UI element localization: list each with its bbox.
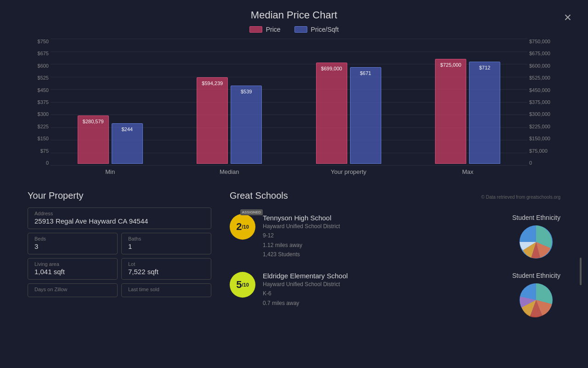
chart-legend: Price Price/Sqft <box>28 26 560 33</box>
school-info-eldridge: Eldridge Elementary School Hayward Unifi… <box>263 272 348 308</box>
legend-pricesqft: Price/Sqft <box>294 26 339 33</box>
school-name-eldridge: Eldridge Elementary School <box>263 272 348 280</box>
school-item-eldridge: 5 /10 Eldridge Elementary School Hayward… <box>230 272 560 321</box>
school-name-tennyson: Tennyson High School <box>263 214 340 222</box>
y-axis-left: 0 $75 $150 $225 $300 $375 $450 $525 $600… <box>28 39 51 177</box>
bar-median-sqft: $539 <box>231 86 262 164</box>
bar-pair-median: $594,239 $539 <box>197 77 262 164</box>
days-lastsold-row: Days on Zillow Last time sold <box>28 283 211 297</box>
lot-value: 7,522 sqft <box>128 268 204 276</box>
bars-container: $280,579 $244 Min $594,239 <box>51 39 527 177</box>
bar-group-yourproperty: $699,000 $671 Your property <box>316 63 381 177</box>
bar-label-yourproperty: Your property <box>331 166 367 177</box>
days-label: Days on Zillow <box>34 287 111 292</box>
living-label: Living area <box>34 261 111 267</box>
school-denom-tennyson: /10 <box>242 224 249 230</box>
address-label: Address <box>34 211 204 216</box>
school-grades-tennyson: 9-12 <box>263 231 340 240</box>
price-swatch <box>249 26 262 33</box>
close-button[interactable]: × <box>559 8 577 27</box>
school-score-eldridge: 5 <box>236 280 242 290</box>
lot-field: Lot 7,522 sqft <box>121 258 211 280</box>
bar-max-price: $725,000 <box>435 59 466 164</box>
pricesqft-swatch <box>294 26 307 33</box>
beds-field: Beds 3 <box>28 233 118 254</box>
legend-pricesqft-label: Price/Sqft <box>311 26 339 33</box>
badge-assigned: ASSIGNED <box>240 209 263 215</box>
chart-inner: $280,579 $244 Min $594,239 <box>51 39 527 177</box>
property-grid: Address 25913 Regal Ave Hayward CA 94544… <box>28 207 211 297</box>
bar-max-sqft: $712 <box>469 62 500 164</box>
school-grades-eldridge: K-6 <box>263 289 348 298</box>
bar-label-max: Max <box>462 166 474 177</box>
bar-yourproperty-price: $699,000 <box>316 63 347 164</box>
bar-group-min: $280,579 $244 Min <box>78 115 143 177</box>
great-schools-header: Great Schools © Data retrieved from grea… <box>230 190 560 207</box>
days-field: Days on Zillow <box>28 283 118 297</box>
lastsold-label: Last time sold <box>128 287 204 292</box>
beds-value: 3 <box>34 242 111 250</box>
bar-pair-yourproperty: $699,000 $671 <box>316 63 381 164</box>
scrollbar[interactable] <box>580 258 582 285</box>
y-axis-right: 0 $75,000 $150,000 $225,000 $300,000 $37… <box>527 39 560 177</box>
school-distance-tennyson: 1.12 miles away <box>263 241 340 250</box>
bar-min-sqft: $244 <box>112 123 143 164</box>
beds-baths-row: Beds 3 Baths 1 <box>28 233 211 254</box>
ethnicity-section-2: Student Ethnicity <box>512 272 560 321</box>
bar-pair-min: $280,579 $244 <box>78 115 143 164</box>
great-schools-title: Great Schools <box>230 190 288 201</box>
pie-chart-2 <box>515 279 557 321</box>
legend-price-label: Price <box>266 26 281 33</box>
baths-field: Baths 1 <box>121 233 211 254</box>
ethnicity-title-1: Student Ethnicity <box>512 214 560 221</box>
lot-label: Lot <box>128 261 204 267</box>
school-item-tennyson: 2 /10 ASSIGNED Tennyson High School Hayw… <box>230 214 560 263</box>
lastsold-field: Last time sold <box>121 283 211 297</box>
legend-price: Price <box>249 26 281 33</box>
pie-chart-1 <box>515 221 557 263</box>
bar-min-price: $280,579 <box>78 115 109 164</box>
bar-label-min: Min <box>105 166 115 177</box>
bar-group-max: $725,000 $712 Max <box>435 59 500 177</box>
school-district-eldridge: Hayward Unified School District <box>263 280 348 289</box>
bar-label-median: Median <box>220 166 239 177</box>
school-score-tennyson: 2 <box>236 222 242 232</box>
great-schools-credit: © Data retrieved from greatschools.org <box>481 195 560 200</box>
bar-pair-max: $725,000 $712 <box>435 59 500 164</box>
bar-group-median: $594,239 $539 Median <box>197 77 262 177</box>
bar-median-price: $594,239 <box>197 77 228 164</box>
great-schools-section: Great Schools © Data retrieved from grea… <box>230 190 560 330</box>
address-field: Address 25913 Regal Ave Hayward CA 94544 <box>28 207 211 229</box>
school-denom-eldridge: /10 <box>242 282 249 288</box>
school-info-tennyson: Tennyson High School Hayward Unified Sch… <box>263 214 340 259</box>
school-district-tennyson: Hayward Unified School District <box>263 222 340 231</box>
your-property-section: Your Property Address 25913 Regal Ave Ha… <box>28 190 211 330</box>
baths-value: 1 <box>128 242 204 250</box>
school-students-tennyson: 1,423 Students <box>263 250 340 259</box>
baths-label: Baths <box>128 236 204 242</box>
your-property-title: Your Property <box>28 190 211 201</box>
living-value: 1,041 sqft <box>34 268 111 276</box>
chart-area: 0 $75 $150 $225 $300 $375 $450 $525 $600… <box>28 39 560 177</box>
living-field: Living area 1,041 sqft <box>28 258 118 280</box>
school-badge-tennyson: 2 /10 ASSIGNED <box>230 214 255 240</box>
school-badge-eldridge: 5 /10 <box>230 272 255 298</box>
ethnicity-section-1: Student Ethnicity <box>512 214 560 263</box>
close-icon: × <box>564 10 571 25</box>
chart-section: Median Price Chart Price Price/Sqft 0 $7… <box>0 0 588 181</box>
bottom-section: Your Property Address 25913 Regal Ave Ha… <box>0 181 588 330</box>
bar-yourproperty-sqft: $671 <box>350 67 381 164</box>
living-lot-row: Living area 1,041 sqft Lot 7,522 sqft <box>28 258 211 280</box>
chart-title: Median Price Chart <box>28 9 560 21</box>
beds-label: Beds <box>34 236 111 242</box>
school-distance-eldridge: 0.7 miles away <box>263 299 348 308</box>
address-value: 25913 Regal Ave Hayward CA 94544 <box>34 217 204 225</box>
ethnicity-title-2: Student Ethnicity <box>512 272 560 279</box>
